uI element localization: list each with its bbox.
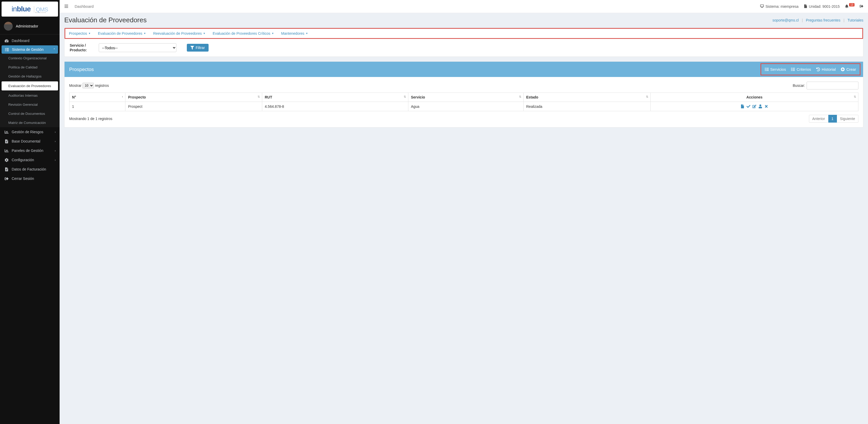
main: Dashboard Sistema: miempresa Unidad: 900… bbox=[60, 0, 868, 424]
sidebar-item-2[interactable]: Contexto Organizacional bbox=[0, 54, 60, 63]
sidebar-item-15[interactable]: Cerrar Sesión bbox=[0, 174, 60, 183]
sort-icon: ↑ bbox=[122, 95, 123, 98]
sistema-indicator[interactable]: Sistema: miempresa bbox=[760, 4, 799, 8]
pager-prev[interactable]: Anterior bbox=[809, 115, 828, 123]
col-0[interactable]: N°↑ bbox=[69, 93, 125, 102]
sidebar-item-label: Matriz de Comunicación bbox=[8, 121, 56, 125]
logout-button[interactable] bbox=[860, 4, 863, 8]
pager-page-1[interactable]: 1 bbox=[828, 115, 837, 123]
sort-icon: ⇅ bbox=[404, 95, 406, 98]
sidebar-item-label: Contexto Organizacional bbox=[8, 56, 56, 60]
table-info: Mostrando 1 de 1 registros bbox=[69, 117, 113, 121]
plus-circle-icon bbox=[841, 67, 845, 71]
logo[interactable]: inblue QMSSolutions bbox=[2, 2, 58, 17]
tab-4[interactable]: Mantenedores ▼ bbox=[281, 31, 308, 35]
tab-label: Prospectos bbox=[69, 31, 87, 35]
sort-icon: ⇅ bbox=[854, 95, 856, 98]
col-4[interactable]: Estado⇅ bbox=[523, 93, 651, 102]
page-header: Evaluación de Proveedores soporte@qms.cl… bbox=[64, 16, 863, 24]
sidebar-item-label: Política de Calidad bbox=[8, 65, 56, 69]
tutorials-link[interactable]: Tutoriales bbox=[847, 18, 863, 22]
tab-3[interactable]: Evaluación de Proveedores Críticos ▼ bbox=[213, 31, 274, 35]
sidebar-item-9[interactable]: Matriz de Comunicación bbox=[0, 118, 60, 127]
sidebar-item-label: Evaluación de Proveedores bbox=[8, 84, 54, 88]
crear-button[interactable]: Crear bbox=[841, 67, 856, 71]
check-action-icon[interactable] bbox=[746, 104, 750, 109]
panel-head: Prospectos Servicios Criterios Histor bbox=[64, 62, 863, 77]
avatar bbox=[4, 22, 13, 31]
sidebar-item-3[interactable]: Política de Calidad bbox=[0, 63, 60, 72]
chart-bar-icon bbox=[4, 130, 9, 134]
col-3[interactable]: Servicio⇅ bbox=[408, 93, 523, 102]
history-icon bbox=[816, 67, 820, 71]
support-link[interactable]: soporte@qms.cl bbox=[772, 18, 799, 22]
menu-toggle-icon[interactable] bbox=[64, 4, 68, 9]
logo-in: in bbox=[12, 5, 17, 13]
search-input[interactable] bbox=[807, 82, 859, 89]
caret-down-icon: ▼ bbox=[306, 32, 308, 35]
tab-2[interactable]: Reevaluación de Proveedores ▼ bbox=[153, 31, 206, 35]
cell-estado: Realizada bbox=[523, 102, 651, 111]
chevron-right-icon: › bbox=[55, 140, 56, 143]
cell-servicio: Agua bbox=[408, 102, 523, 111]
sidebar-item-label: Dashboard bbox=[12, 39, 56, 43]
unidad-indicator[interactable]: Unidad: 9001-2015 bbox=[804, 4, 840, 8]
col-1[interactable]: Prospecto⇅ bbox=[125, 93, 262, 102]
tab-0[interactable]: Prospectos ▼ bbox=[69, 31, 91, 35]
sidebar-item-13[interactable]: Configuración› bbox=[0, 155, 60, 164]
cell-rut: 4.564.878-8 bbox=[262, 102, 408, 111]
tab-1[interactable]: Evaluación de Proveedores ▼ bbox=[98, 31, 146, 35]
sidebar-item-10[interactable]: Gestión de Riesgos› bbox=[0, 127, 60, 137]
user-name: Administrador bbox=[16, 24, 38, 28]
sidebar-item-14[interactable]: Datos de Facturación bbox=[0, 164, 60, 174]
sidebar-item-6[interactable]: Auditorías Internas bbox=[0, 91, 60, 100]
bell-icon bbox=[845, 4, 848, 8]
panel-title: Prospectos bbox=[69, 67, 94, 72]
caret-down-icon: ▼ bbox=[88, 32, 91, 35]
sidebar-item-8[interactable]: Control de Documentos bbox=[0, 109, 60, 118]
delete-action-icon[interactable] bbox=[764, 104, 768, 109]
chevron-right-icon: › bbox=[55, 130, 56, 133]
edit-action-icon[interactable] bbox=[752, 104, 756, 109]
sidebar-item-label: Base Documental bbox=[12, 139, 55, 143]
chevron-right-icon: › bbox=[55, 158, 56, 161]
sidebar-item-4[interactable]: Gestión de Hallazgos bbox=[0, 72, 60, 81]
tachometer-icon bbox=[4, 39, 9, 43]
faq-link[interactable]: Preguntas frecuentes bbox=[806, 18, 840, 22]
tabs-card: Prospectos ▼Evaluación de Proveedores ▼R… bbox=[64, 28, 863, 57]
sidebar-item-label: Gestión de Riesgos bbox=[12, 130, 55, 134]
user-action-icon[interactable] bbox=[758, 104, 762, 109]
page-length-select[interactable]: 10 bbox=[83, 83, 94, 88]
criterios-button[interactable]: Criterios bbox=[791, 67, 811, 71]
pager-next[interactable]: Siguiente bbox=[837, 115, 859, 123]
servicios-button[interactable]: Servicios bbox=[765, 67, 786, 71]
filter-button[interactable]: Filtrar bbox=[187, 44, 209, 52]
caret-down-icon: ▼ bbox=[203, 32, 206, 35]
sidebar-item-label: Revisión Gerencial bbox=[8, 103, 56, 107]
sidebar-item-label: Sistema de Gestión bbox=[12, 48, 53, 52]
sidebar-item-0[interactable]: Dashboard bbox=[0, 36, 60, 46]
sidebar-item-7[interactable]: Revisión Gerencial bbox=[0, 100, 60, 109]
historial-button[interactable]: Historial bbox=[816, 67, 836, 71]
col-2[interactable]: RUT⇅ bbox=[262, 93, 408, 102]
sidebar-item-label: Cerrar Sesión bbox=[12, 177, 56, 181]
monitor-icon bbox=[760, 4, 764, 8]
notifications-button[interactable]: 13 bbox=[845, 4, 855, 8]
sidebar-item-12[interactable]: Paneles de Gestión› bbox=[0, 146, 60, 155]
sidebar-item-1[interactable]: Sistema de Gestión⌃ bbox=[2, 46, 58, 54]
sidebar-item-11[interactable]: Base Documental› bbox=[0, 137, 60, 146]
length-prefix: Mostrar bbox=[69, 84, 81, 88]
caret-down-icon: ▼ bbox=[144, 32, 146, 35]
breadcrumb[interactable]: Dashboard bbox=[74, 4, 94, 8]
tab-label: Mantenedores bbox=[281, 31, 305, 35]
sidebar-item-5[interactable]: Evaluación de Proveedores bbox=[2, 81, 58, 90]
filter-select[interactable]: --Todos-- bbox=[99, 43, 177, 52]
tasks-icon bbox=[4, 48, 9, 52]
user-panel[interactable]: Administrador bbox=[0, 18, 60, 34]
tabs-row: Prospectos ▼Evaluación de Proveedores ▼R… bbox=[64, 28, 863, 39]
table-wrap: Mostrar 10 registros Buscar: N°↑Prospect… bbox=[64, 77, 863, 127]
filter-row: Servicio / Producto: --Todos-- Filtrar bbox=[64, 39, 863, 57]
col-5[interactable]: Acciones⇅ bbox=[651, 93, 859, 102]
pager: Anterior 1 Siguiente bbox=[809, 115, 859, 123]
file-action-icon[interactable] bbox=[741, 104, 744, 109]
